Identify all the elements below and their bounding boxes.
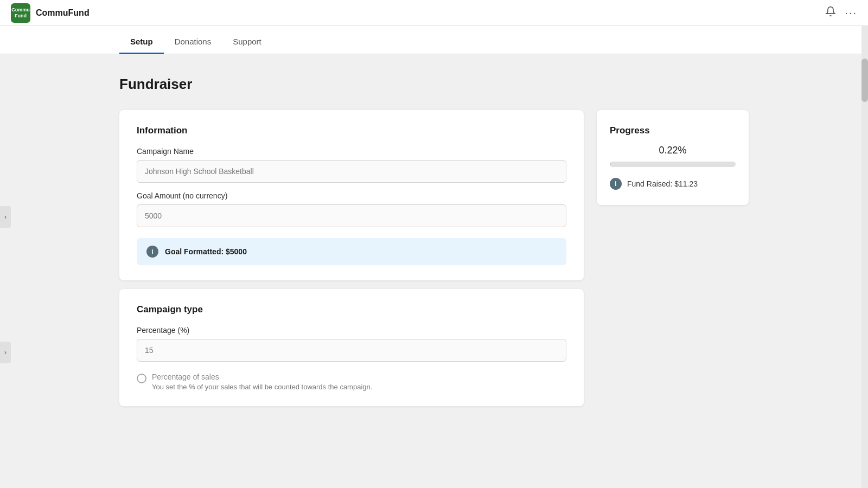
info-icon: i	[146, 246, 158, 258]
app-logo: Commu Fund	[11, 3, 30, 23]
fund-raised-text: Fund Raised: $11.23	[627, 179, 698, 188]
fund-raised: i Fund Raised: $11.23	[610, 178, 736, 190]
more-options-icon[interactable]: ···	[845, 7, 857, 19]
scrollbar-track[interactable]	[861, 26, 868, 488]
fund-raised-icon: i	[610, 178, 622, 190]
goal-amount-label: Goal Amount (no currency)	[137, 191, 566, 200]
progress-percent: 0.22%	[610, 145, 736, 156]
sidebar-arrow-top[interactable]: ›	[0, 206, 11, 228]
percentage-label: Percentage (%)	[137, 326, 566, 335]
campaign-name-label: Campaign Name	[137, 147, 566, 156]
progress-title: Progress	[610, 125, 736, 136]
navbar-right: ···	[825, 6, 857, 20]
goal-amount-input[interactable]	[137, 204, 566, 227]
tab-support[interactable]: Support	[222, 30, 272, 54]
goal-formatted-text: Goal Formatted: $5000	[165, 247, 247, 256]
percentage-input[interactable]	[137, 339, 566, 362]
campaign-type-card: Campaign type Percentage (%) Percentage …	[119, 289, 584, 406]
bell-icon[interactable]	[825, 6, 836, 20]
right-column: Progress 0.22% i Fund Raised: $11.23	[597, 110, 749, 205]
navbar: Commu Fund CommuFund ···	[0, 0, 868, 26]
radio-label: Percentage of sales	[152, 373, 372, 381]
sidebar-arrow-bottom[interactable]: ›	[0, 342, 11, 363]
main-content: Fundraiser Information Campaign Name Goa…	[0, 54, 868, 488]
scrollbar-thumb[interactable]	[861, 59, 868, 102]
radio-percentage-of-sales[interactable]: Percentage of sales You set the % of you…	[137, 373, 566, 391]
navbar-left: Commu Fund CommuFund	[11, 3, 90, 23]
information-card: Information Campaign Name Goal Amount (n…	[119, 110, 584, 280]
page-title: Fundraiser	[119, 76, 749, 93]
tab-bar: Setup Donations Support	[0, 26, 868, 54]
campaign-type-title: Campaign type	[137, 304, 566, 315]
content-layout: Information Campaign Name Goal Amount (n…	[119, 110, 749, 406]
progress-card: Progress 0.22% i Fund Raised: $11.23	[597, 110, 749, 205]
radio-circle[interactable]	[137, 374, 146, 383]
progress-bar-bg	[610, 162, 736, 167]
app-title: CommuFund	[36, 8, 90, 18]
radio-desc: You set the % of your sales that will be…	[152, 383, 372, 391]
tab-donations[interactable]: Donations	[164, 30, 222, 54]
goal-formatted-box: i Goal Formatted: $5000	[137, 238, 566, 265]
information-card-title: Information	[137, 125, 566, 136]
tab-setup[interactable]: Setup	[119, 30, 164, 54]
campaign-name-input[interactable]	[137, 160, 566, 183]
progress-bar-fill	[610, 162, 610, 167]
left-column: Information Campaign Name Goal Amount (n…	[119, 110, 584, 406]
